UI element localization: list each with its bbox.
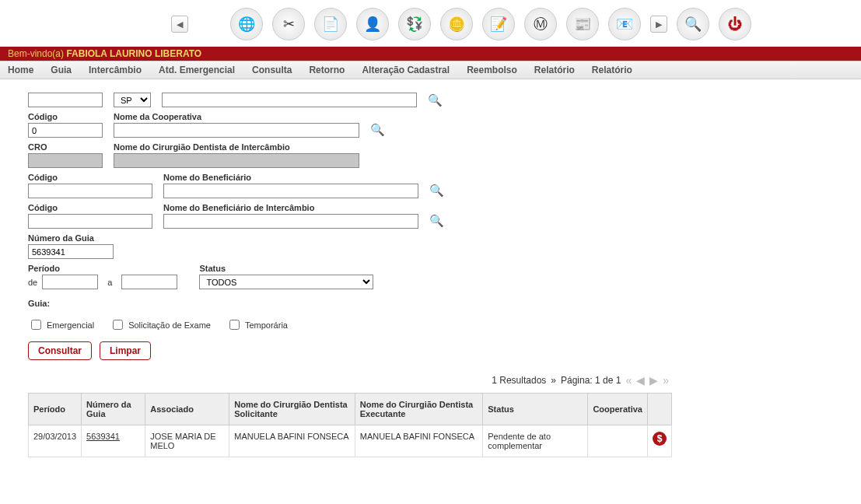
money-icon[interactable]: 💱 — [398, 8, 431, 40]
status-select[interactable]: TODOS — [199, 275, 373, 289]
codigo1-label: Código — [28, 112, 103, 121]
col-header: Número da Guia — [82, 394, 145, 425]
menu-item-home[interactable]: Home — [8, 65, 33, 75]
globe-icon[interactable]: 🌐 — [230, 8, 263, 40]
menu-item-atd-emergencial[interactable]: Atd. Emergencial — [159, 65, 235, 75]
chk-emergencial[interactable]: Emergencial — [28, 317, 94, 332]
edit-icon[interactable]: 📝 — [482, 8, 515, 40]
mail-icon[interactable]: 📧 — [608, 8, 641, 40]
col-header: Cooperativa — [588, 394, 648, 425]
pager-results: 1 Resultados — [492, 375, 546, 386]
col-header: Nome do Cirurgião Dentista Solicitante — [229, 394, 355, 425]
coop-label: Nome da Cooperativa — [114, 112, 359, 121]
menu-item-interc-mbio[interactable]: Intercâmbio — [89, 65, 142, 75]
benef-label: Nome do Beneficiário — [163, 173, 418, 182]
col-header — [647, 394, 671, 425]
pager-page: Página: 1 de 1 — [561, 375, 621, 386]
pager-last-icon[interactable]: » — [663, 374, 669, 387]
col-header: Nome do Cirurgião Dentista Executante — [355, 394, 483, 425]
uf-select[interactable]: SP — [114, 93, 151, 107]
cell: Pendente de ato complementar — [483, 425, 588, 457]
cell: MANUELA BAFINI FONSECA — [229, 425, 355, 457]
pager-next-icon[interactable]: ▶ — [649, 374, 658, 387]
numero-guia-link[interactable]: 5639341 — [86, 432, 120, 441]
doc-icon[interactable]: 📄 — [314, 8, 347, 40]
welcome-prefix: Bem-vindo(a) — [8, 48, 64, 59]
col-header: Associado — [145, 394, 229, 425]
menu-item-retorno[interactable]: Retorno — [309, 65, 345, 75]
codigo2-label: Código — [28, 173, 152, 182]
blank-field-2[interactable] — [162, 93, 417, 107]
search-top-icon[interactable]: 🔍 — [677, 8, 709, 40]
welcome-username: FABIOLA LAURINO LIBERATO — [66, 48, 201, 59]
codigo3-input[interactable] — [28, 214, 152, 229]
welcome-bar: Bem-vindo(a) FABIOLA LAURINO LIBERATO — [0, 47, 861, 61]
m-icon[interactable]: Ⓜ — [524, 8, 557, 40]
main-content: SP 🔍 Código Nome da Cooperativa 🔍 CRO No… — [0, 79, 700, 473]
de-label: de — [28, 278, 37, 287]
menu-item-altera-o-cadastral[interactable]: Alteração Cadastral — [362, 65, 450, 75]
chk-temporaria[interactable]: Temporária — [226, 317, 288, 332]
codigo2-input[interactable] — [28, 184, 152, 198]
menu-item-guia[interactable]: Guia — [51, 65, 72, 75]
results-table: PeríodoNúmero da GuiaAssociadoNome do Ci… — [28, 393, 672, 457]
top-toolbar: ◀🌐✂📄👤💱🪙📝Ⓜ📰📧▶🔍⏻ — [0, 0, 861, 47]
pager-first-icon[interactable]: « — [625, 374, 632, 387]
numguia-label: Número da Guia — [28, 233, 114, 243]
pager-prev-icon[interactable]: ◀ — [636, 374, 645, 387]
pager-sep: » — [551, 375, 556, 386]
cell: MANUELA BAFINI FONSECA — [355, 425, 483, 457]
benef-inter-label: Nome do Beneficiário de Intercâmbio — [163, 203, 418, 212]
menu-item-reembolso[interactable]: Reembolso — [467, 65, 517, 75]
cell — [588, 425, 648, 457]
a-label: a — [107, 278, 112, 287]
search-icon[interactable]: 🔍 — [428, 84, 442, 107]
menu-item-consulta[interactable]: Consulta — [252, 65, 292, 75]
consultar-button[interactable]: Consultar — [28, 341, 92, 360]
numguia-input[interactable] — [28, 244, 114, 259]
menu-bar: HomeGuiaIntercâmbioAtd. EmergencialConsu… — [0, 61, 861, 79]
status-label: Status — [199, 264, 373, 273]
person-icon[interactable]: 👤 — [356, 8, 389, 40]
power-icon[interactable]: ⏻ — [719, 8, 751, 40]
money-action-icon[interactable]: $ — [653, 432, 667, 446]
search-icon[interactable]: 🔍 — [370, 114, 384, 137]
table-row: 29/03/20135639341JOSE MARIA DE MELOMANUE… — [29, 425, 672, 457]
benef-inter-input[interactable] — [163, 214, 418, 229]
cd-inter-label: Nome do Cirurgião Dentista de Intercâmbi… — [114, 142, 359, 152]
guia-label: Guia: — [28, 299, 50, 308]
col-header: Status — [483, 394, 588, 425]
tools-icon[interactable]: ✂ — [272, 8, 305, 40]
news-icon[interactable]: 📰 — [566, 8, 599, 40]
coop-input[interactable] — [114, 123, 359, 138]
periodo-de-input[interactable] — [42, 275, 98, 289]
chk-solicitacao[interactable]: Solicitação de Exame — [110, 317, 211, 332]
search-icon[interactable]: 🔍 — [429, 205, 443, 228]
periodo-a-input[interactable] — [121, 275, 177, 289]
col-header: Período — [29, 394, 82, 425]
cd-inter-input — [114, 153, 359, 168]
cro-label: CRO — [28, 142, 103, 152]
limpar-button[interactable]: Limpar — [100, 341, 151, 360]
periodo-label: Período — [28, 264, 177, 273]
benef-input[interactable] — [163, 184, 418, 198]
cro-input — [28, 153, 103, 168]
search-icon[interactable]: 🔍 — [429, 174, 443, 198]
coins-icon[interactable]: 🪙 — [440, 8, 473, 40]
nav-back[interactable]: ◀ — [171, 16, 188, 33]
codigo1-input[interactable] — [28, 123, 103, 138]
cell: JOSE MARIA DE MELO — [145, 425, 229, 457]
codigo3-label: Código — [28, 203, 152, 212]
cell: 29/03/2013 — [29, 425, 82, 457]
pager: 1 Resultados » Página: 1 de 1 « ◀ ▶ » — [28, 374, 672, 387]
menu-item-relat-rio[interactable]: Relatório — [592, 65, 632, 75]
nav-fwd[interactable]: ▶ — [650, 16, 667, 33]
menu-item-relat-rio[interactable]: Relatório — [534, 65, 575, 75]
blank-field-1[interactable] — [28, 93, 103, 107]
